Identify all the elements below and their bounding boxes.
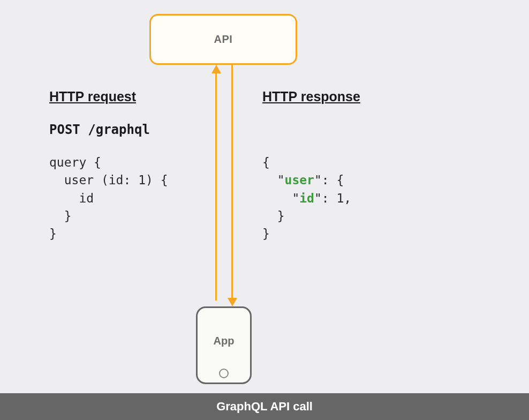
code-text: " — [262, 173, 285, 187]
app-label: App — [198, 335, 250, 347]
api-box: API — [149, 14, 297, 65]
request-arrow-line — [215, 70, 217, 301]
response-body: { "user": { "id": 1, } } — [262, 154, 351, 243]
app-device: App — [196, 306, 252, 384]
code-line: } — [49, 227, 57, 241]
home-button-icon — [219, 369, 229, 378]
code-text: ": 1, — [314, 191, 351, 205]
response-heading: HTTP response — [262, 89, 360, 104]
code-keyword: user — [285, 173, 314, 187]
request-arrow-head-icon — [211, 65, 221, 73]
diagram-title: GraphQL API call — [216, 400, 313, 414]
api-label: API — [214, 33, 233, 46]
response-arrow-line — [231, 65, 233, 301]
code-line: user (id: 1) { — [49, 173, 168, 187]
code-text: " — [262, 191, 299, 205]
code-line: id — [49, 191, 94, 205]
diagram-title-bar: GraphQL API call — [0, 393, 529, 420]
code-line: } — [49, 209, 72, 223]
response-arrow-head-icon — [228, 298, 237, 306]
code-keyword: id — [299, 191, 314, 205]
code-text: ": { — [314, 173, 344, 187]
code-line: { — [262, 155, 270, 169]
code-line: } — [262, 227, 270, 241]
request-heading: HTTP request — [49, 89, 136, 104]
request-body: query { user (id: 1) { id } } — [49, 154, 168, 243]
request-endpoint: POST /graphql — [49, 122, 150, 137]
code-line: } — [262, 209, 285, 223]
code-line: query { — [49, 155, 101, 169]
